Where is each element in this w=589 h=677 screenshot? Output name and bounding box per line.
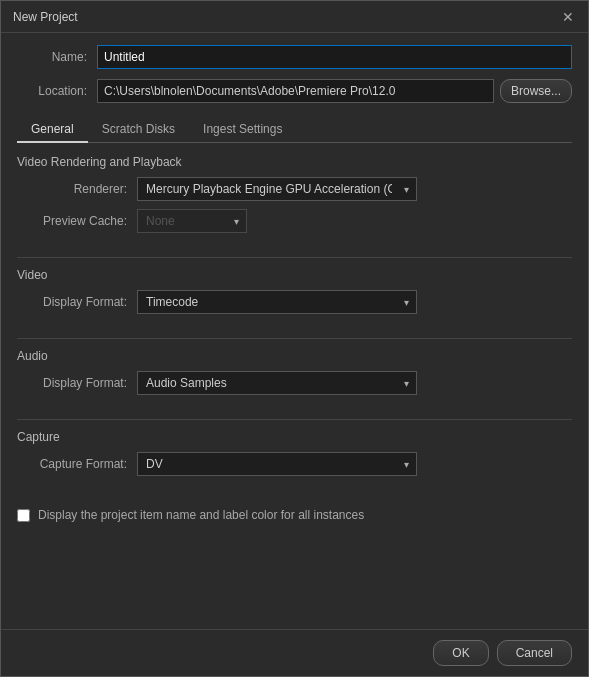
location-label: Location: bbox=[17, 84, 87, 98]
display-label-checkbox[interactable] bbox=[17, 509, 30, 522]
close-button[interactable]: ✕ bbox=[560, 10, 576, 24]
tabs-container: General Scratch Disks Ingest Settings bbox=[17, 117, 572, 143]
capture-format-label: Capture Format: bbox=[17, 457, 127, 471]
audio-display-format-select[interactable]: Audio Samples bbox=[137, 371, 417, 395]
display-label-text: Display the project item name and label … bbox=[38, 508, 364, 522]
video-rendering-section: Video Rendering and Playback Renderer: M… bbox=[17, 155, 572, 241]
audio-display-format-label: Display Format: bbox=[17, 376, 127, 390]
video-display-format-label: Display Format: bbox=[17, 295, 127, 309]
video-display-format-row: Display Format: Timecode bbox=[17, 290, 572, 314]
new-project-dialog: New Project ✕ Name: Location: Browse... … bbox=[0, 0, 589, 677]
renderer-select[interactable]: Mercury Playback Engine GPU Acceleration… bbox=[137, 177, 417, 201]
dialog-title: New Project bbox=[13, 10, 78, 24]
display-label-checkbox-row: Display the project item name and label … bbox=[17, 508, 572, 522]
tab-general[interactable]: General bbox=[17, 117, 88, 143]
audio-section: Audio Display Format: Audio Samples bbox=[17, 349, 572, 403]
location-input[interactable] bbox=[97, 79, 494, 103]
browse-button[interactable]: Browse... bbox=[500, 79, 572, 103]
tab-scratch-disks[interactable]: Scratch Disks bbox=[88, 117, 189, 143]
capture-format-row: Capture Format: DV bbox=[17, 452, 572, 476]
divider-1 bbox=[17, 257, 572, 258]
capture-title: Capture bbox=[17, 430, 572, 444]
preview-cache-row: Preview Cache: None bbox=[17, 209, 572, 233]
preview-cache-select[interactable]: None bbox=[137, 209, 247, 233]
video-section: Video Display Format: Timecode bbox=[17, 268, 572, 322]
video-display-format-select[interactable]: Timecode bbox=[137, 290, 417, 314]
video-rendering-title: Video Rendering and Playback bbox=[17, 155, 572, 169]
divider-3 bbox=[17, 419, 572, 420]
name-row: Name: bbox=[17, 45, 572, 69]
audio-display-format-wrapper: Audio Samples bbox=[137, 371, 417, 395]
location-row: Location: Browse... bbox=[17, 79, 572, 103]
dialog-footer: OK Cancel bbox=[1, 629, 588, 676]
capture-format-select[interactable]: DV bbox=[137, 452, 417, 476]
preview-cache-label: Preview Cache: bbox=[17, 214, 127, 228]
preview-cache-select-wrapper: None bbox=[137, 209, 247, 233]
ok-button[interactable]: OK bbox=[433, 640, 488, 666]
name-input[interactable] bbox=[97, 45, 572, 69]
renderer-select-wrapper: Mercury Playback Engine GPU Acceleration… bbox=[137, 177, 417, 201]
capture-section: Capture Capture Format: DV bbox=[17, 430, 572, 484]
video-title: Video bbox=[17, 268, 572, 282]
video-display-format-wrapper: Timecode bbox=[137, 290, 417, 314]
title-bar: New Project ✕ bbox=[1, 1, 588, 33]
tab-ingest-settings[interactable]: Ingest Settings bbox=[189, 117, 296, 143]
capture-format-wrapper: DV bbox=[137, 452, 417, 476]
cancel-button[interactable]: Cancel bbox=[497, 640, 572, 666]
divider-2 bbox=[17, 338, 572, 339]
audio-display-format-row: Display Format: Audio Samples bbox=[17, 371, 572, 395]
renderer-label: Renderer: bbox=[17, 182, 127, 196]
dialog-content: Name: Location: Browse... General Scratc… bbox=[1, 33, 588, 629]
renderer-row: Renderer: Mercury Playback Engine GPU Ac… bbox=[17, 177, 572, 201]
name-label: Name: bbox=[17, 50, 87, 64]
audio-title: Audio bbox=[17, 349, 572, 363]
